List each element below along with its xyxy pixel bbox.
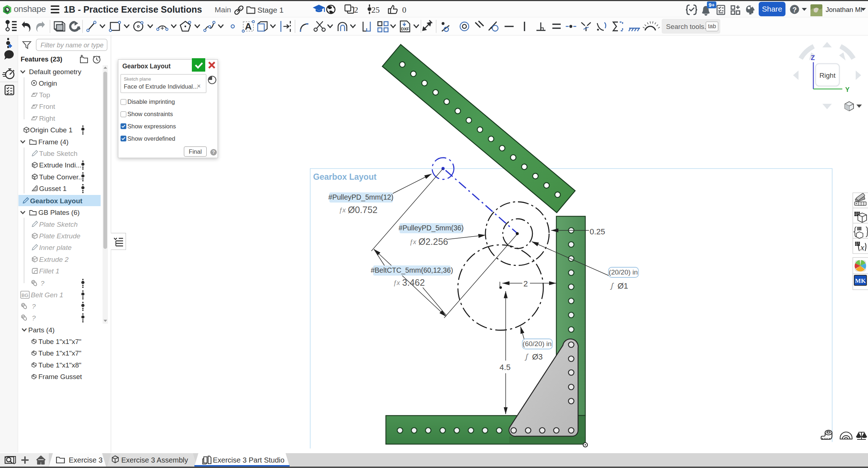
svg-text:(20/20) in: (20/20) in bbox=[609, 268, 638, 276]
svg-text:#PulleyPD_5mm(12): #PulleyPD_5mm(12) bbox=[328, 193, 393, 201]
svg-text:BG: BG bbox=[22, 293, 29, 298]
svg-text:Ø1: Ø1 bbox=[618, 281, 628, 290]
svg-text:4.5: 4.5 bbox=[500, 363, 511, 372]
svg-text:Fillet 1: Fillet 1 bbox=[39, 267, 59, 275]
svg-text:ʃ: ʃ bbox=[524, 352, 529, 361]
svg-text:MK: MK bbox=[855, 277, 866, 284]
svg-text:Top: Top bbox=[39, 91, 50, 99]
svg-text:0: 0 bbox=[402, 5, 406, 14]
svg-text:x: x bbox=[860, 243, 864, 252]
svg-text:1B - Practice Exercise Solutio: 1B - Practice Exercise Solutions bbox=[64, 4, 202, 14]
svg-text:Right: Right bbox=[39, 115, 55, 122]
svg-text:(60/20) in: (60/20) in bbox=[523, 340, 552, 348]
svg-text:#PulleyPD_5mm(36): #PulleyPD_5mm(36) bbox=[399, 224, 464, 232]
svg-text:Tube 1"x1"x7": Tube 1"x1"x7" bbox=[38, 338, 81, 345]
svg-text:Tube 1"x1"x7": Tube 1"x1"x7" bbox=[38, 349, 81, 357]
svg-text:Exercise 3 Part Studio: Exercise 3 Part Studio bbox=[213, 456, 285, 464]
svg-text:Extrude Indi...: Extrude Indi... bbox=[39, 161, 81, 169]
svg-text:GB Plates (6): GB Plates (6) bbox=[38, 209, 80, 216]
svg-text:onshape: onshape bbox=[14, 4, 46, 14]
svg-text:2: 2 bbox=[523, 279, 528, 288]
svg-text:Ø2.256: Ø2.256 bbox=[418, 237, 448, 247]
svg-text:Plate Extrude: Plate Extrude bbox=[39, 232, 80, 240]
svg-text:DXF: DXF bbox=[401, 27, 409, 31]
svg-text:Gearbox Layout: Gearbox Layout bbox=[30, 197, 83, 205]
svg-text:Z: Z bbox=[811, 54, 815, 61]
svg-text:Origin Cube 1: Origin Cube 1 bbox=[30, 126, 72, 134]
svg-text:Gusset 1: Gusset 1 bbox=[39, 185, 67, 192]
svg-text:Features (23): Features (23) bbox=[21, 55, 62, 63]
svg-text:?: ? bbox=[32, 314, 36, 322]
svg-text:Plate Sketch: Plate Sketch bbox=[39, 221, 78, 228]
svg-text:A: A bbox=[245, 21, 252, 32]
svg-text:#BeltCTC_5mm(60,12,36): #BeltCTC_5mm(60,12,36) bbox=[371, 266, 453, 275]
svg-text:Filter by name or type: Filter by name or type bbox=[41, 42, 104, 49]
svg-text:Extrude 2: Extrude 2 bbox=[39, 256, 69, 263]
svg-text:Stage 1: Stage 1 bbox=[257, 6, 283, 14]
svg-text:ƒx: ƒx bbox=[409, 238, 417, 246]
svg-text:Parts (4): Parts (4) bbox=[28, 326, 55, 334]
svg-text:Origin: Origin bbox=[39, 80, 57, 87]
svg-text:Exercise 3 Assembly: Exercise 3 Assembly bbox=[121, 456, 188, 464]
svg-text:0.25: 0.25 bbox=[590, 227, 605, 236]
svg-text:Front: Front bbox=[39, 103, 55, 110]
svg-text:Search tools...: Search tools... bbox=[666, 23, 710, 30]
svg-text:25: 25 bbox=[371, 5, 380, 14]
svg-text:Right: Right bbox=[819, 72, 836, 79]
svg-text:Tube 1"x1"x8": Tube 1"x1"x8" bbox=[38, 361, 81, 369]
svg-text:2: 2 bbox=[354, 5, 358, 14]
svg-text:ƒx: ƒx bbox=[393, 279, 400, 286]
svg-text:Default geometry: Default geometry bbox=[29, 68, 81, 76]
svg-text:Main: Main bbox=[215, 5, 231, 14]
svg-text:Ø0.752: Ø0.752 bbox=[348, 205, 378, 215]
svg-text:Tube Sketch: Tube Sketch bbox=[39, 150, 77, 157]
svg-text:Exercise 3: Exercise 3 bbox=[69, 456, 102, 464]
svg-text:Gearbox Layout: Gearbox Layout bbox=[313, 172, 376, 182]
svg-text:Share: Share bbox=[762, 5, 782, 13]
svg-text:Belt Gen 1: Belt Gen 1 bbox=[31, 291, 63, 299]
svg-text:Inner plate: Inner plate bbox=[39, 244, 72, 251]
svg-text:9+: 9+ bbox=[708, 2, 715, 8]
svg-text:Jonathan Mi: Jonathan Mi bbox=[826, 6, 862, 13]
svg-text:ƒx: ƒx bbox=[339, 207, 346, 214]
svg-text:ʃ: ʃ bbox=[610, 281, 614, 290]
svg-text:?: ? bbox=[32, 303, 36, 310]
svg-text:3.462: 3.462 bbox=[402, 277, 425, 288]
svg-text:Tube Conver...: Tube Conver... bbox=[39, 173, 84, 181]
svg-text:?: ? bbox=[792, 6, 797, 14]
svg-text:?: ? bbox=[41, 280, 45, 287]
svg-text:Frame (4): Frame (4) bbox=[38, 138, 68, 146]
svg-text:Ø3: Ø3 bbox=[532, 352, 543, 361]
svg-text:tab: tab bbox=[708, 23, 716, 29]
svg-text:Y: Y bbox=[845, 86, 850, 93]
svg-text:Frame Gusset: Frame Gusset bbox=[38, 373, 82, 380]
